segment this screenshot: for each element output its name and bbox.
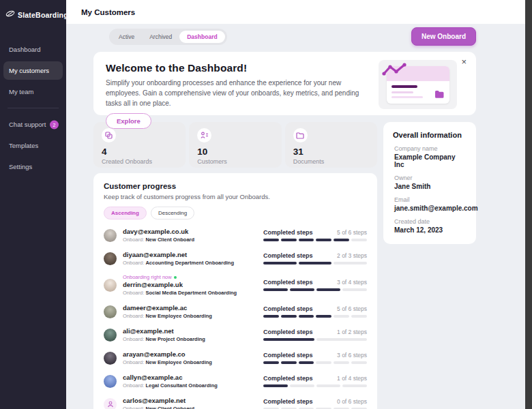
customer-email: derrin@example.uk [123,281,237,288]
progress-segment-filled [316,315,331,318]
sidebar-item-label: Settings [9,163,32,170]
progress-segment-empty [316,384,341,387]
onboard-prefix: Onboard: [123,313,144,319]
sidebar-item-label: My customers [9,67,49,74]
stat-card: 4 Created Onboards [93,122,186,168]
avatar [104,229,117,242]
onboard-prefix: Onboard: [123,260,144,266]
app-name: SlateBoarding [18,11,68,19]
progress-segment-empty [351,239,367,241]
explore-button[interactable]: Explore [106,113,151,129]
progress-segment-filled [263,288,288,291]
info-field: Email jane.smith@example.com [393,196,467,212]
sidebar-item-my-team[interactable]: My team [3,82,63,101]
customer-email: callyn@example.ac [123,374,218,381]
progress-segment-filled [263,262,297,264]
sidebar-item-chat-support[interactable]: Chat support 2 [3,115,63,134]
onboard-name: Legal Consultant Onboarding [145,382,217,389]
tab-dashboard[interactable]: Dashboard [179,31,224,43]
progress-segment-empty [316,361,331,364]
customer-row[interactable]: carlos@example.net Onboard: New Client O… [104,393,367,409]
progress-segment-filled [263,361,279,364]
steps-count: 3 of 6 steps [337,352,367,359]
avatar-placeholder-person-icon [104,398,117,409]
onboard-name: Social Media Department Onboarding [145,290,237,296]
sidebar-item-settings[interactable]: Settings [3,157,63,176]
overall-info-card: Overall information Company name Example… [383,122,476,244]
sort-descending-button[interactable]: Descending [151,207,194,219]
close-icon[interactable]: × [461,57,467,66]
onboard-name: New Client Onboard [145,406,194,409]
customer-row[interactable]: diyaan@example.net Onboard: Accounting D… [104,247,367,270]
steps-count: 0 of 6 steps [337,398,367,405]
completed-steps-label: Completed steps [263,305,313,312]
stat-value: 10 [197,147,273,157]
customer-progress-card: Customer progress Keep track of customer… [93,173,377,409]
customer-row[interactable]: dameer@example.ac Onboard: New Employee … [104,300,367,323]
info-field-value: Example Company Inc [394,153,467,168]
zigzag-chart-icon [381,61,410,79]
progress-segment-empty [290,384,314,387]
info-field-label: Email [394,196,467,203]
progress-bar [263,384,367,387]
live-dot-icon [174,276,177,279]
dashboard-illustration [379,60,457,109]
onboard-name: New Project Onboarding [145,336,205,342]
customer-row[interactable]: arayan@example.co Onboard: New Employee … [104,346,367,369]
customer-row[interactable]: davy@example.co.uk Onboard: New Client O… [104,224,367,247]
customer-row[interactable]: callyn@example.ac Onboard: Legal Consult… [104,369,367,393]
stat-card: 10 Customers [189,122,281,168]
progress-bar [263,262,367,264]
customer-email: davy@example.co.uk [123,228,194,235]
progress-segment-empty [334,262,367,264]
progress-segment-filled [299,239,314,241]
progress-segment-filled [299,361,314,364]
avatar [104,279,117,292]
customer-progress-title: Customer progress [104,182,367,190]
stat-label: Customers [197,158,273,165]
progress-bar [263,338,367,341]
onboards-icon [102,128,116,142]
tab-active[interactable]: Active [111,31,142,43]
customer-row[interactable]: Onboarding right now derrin@example.uk O… [104,270,367,300]
completed-steps-label: Completed steps [263,279,313,286]
sort-ascending-button[interactable]: Ascending [104,207,147,219]
welcome-banner: Welcome to the Dashboard! Simplify your … [93,52,476,115]
stat-value: 31 [293,147,369,157]
progress-bar [263,239,367,241]
welcome-body: Simplify your onboarding processes and e… [106,78,372,108]
notification-badge: 2 [50,120,59,129]
sidebar-nav: Dashboard My customers My team Chat supp… [0,40,66,176]
progress-segment-empty [334,315,349,318]
pen-icon [5,9,15,21]
onboard-name: New Employee Onboarding [145,359,212,365]
progress-segment-empty [342,288,367,291]
sidebar-item-label: Chat support [9,121,46,128]
new-onboard-button[interactable]: New Onboard [411,27,476,46]
onboard-prefix: Onboard: [123,290,144,296]
sidebar-item-label: Dashboard [9,46,40,53]
sidebar: SlateBoarding Dashboard My customers My … [0,0,66,409]
progress-segment-empty [351,315,367,318]
progress-segment-filled [263,239,279,241]
customer-row[interactable]: ali@example.net Onboard: New Project Onb… [104,323,367,346]
sidebar-item-templates[interactable]: Templates [3,136,63,155]
sidebar-item-dashboard[interactable]: Dashboard [3,40,63,59]
sidebar-item-label: My team [9,88,33,95]
onboard-name: New Client Onboard [145,237,194,243]
avatar [104,352,117,365]
tab-archived[interactable]: Archived [142,31,179,43]
customer-email: arayan@example.co [123,350,212,358]
sidebar-item-label: Templates [9,142,38,149]
steps-count: 1 of 2 steps [337,329,367,335]
progress-segment-filled [316,288,341,291]
sidebar-item-my-customers[interactable]: My customers [3,61,63,80]
avatar [104,375,117,388]
overall-info-title: Overall information [393,131,467,139]
progress-segment-filled [290,288,314,291]
page-title: My Customers [81,8,135,16]
info-field-value: jane.smith@example.com [394,204,467,212]
info-field-value: March 12, 2023 [394,226,467,234]
avatar [104,305,117,318]
stat-label: Created Onboards [102,158,177,165]
